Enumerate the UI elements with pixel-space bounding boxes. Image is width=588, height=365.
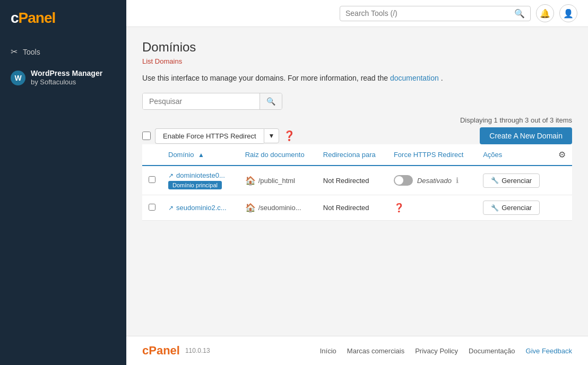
domains-table: Domínio ▲ Raiz do documento Redireciona … <box>142 144 572 221</box>
wordpress-label: WordPress Manager by Softaculous <box>31 68 102 87</box>
th-force-https[interactable]: Force HTTPS Redirect <box>387 144 477 166</box>
row2-domain-cell: ↗ seudominio2.c... <box>162 195 239 221</box>
main-content: 🔍 🔔 👤 Domínios List Domains Use this int… <box>126 0 588 365</box>
page-content: Domínios List Domains Use this interface… <box>126 27 588 336</box>
footer-cpanel-logo: cPanel <box>142 344 180 358</box>
footer-feedback-link[interactable]: Give Feedback <box>526 347 572 355</box>
table-row: ↗ seudominio2.c... 🏠 /seudominio... Not … <box>142 195 572 221</box>
bulk-select-checkbox[interactable] <box>142 132 151 140</box>
domain-search-input[interactable] <box>143 93 260 109</box>
external-link-icon2: ↗ <box>168 204 174 212</box>
row1-docroot: 🏠 /public_html <box>245 176 310 186</box>
row1-checkbox-cell <box>142 166 162 195</box>
documentation-link[interactable]: documentation <box>390 74 439 82</box>
table-gear-button[interactable]: ⚙ <box>558 150 566 160</box>
wrench-icon: 🔧 <box>491 177 499 184</box>
domain-search-button[interactable]: 🔍 <box>260 93 282 109</box>
footer-logo-section: cPanel 110.0.13 <box>142 344 210 358</box>
row2-redirect-cell: Not Redirected <box>317 195 387 221</box>
sidebar: cPanel ✂ Tools W WordPress Manager by So… <box>0 0 126 365</box>
bulk-action-button[interactable]: Enable Force HTTPS Redirect <box>155 128 264 144</box>
sidebar-item-tools[interactable]: ✂ Tools <box>0 41 126 62</box>
sidebar-logo: cPanel <box>0 0 126 36</box>
bulk-help-button[interactable]: ❓ <box>283 130 295 142</box>
domain-search-wrap: 🔍 <box>142 93 282 110</box>
row1-redirect-cell: Not Redirected <box>317 166 387 195</box>
cpanel-logo-text: cPanel <box>11 10 55 27</box>
footer-documentacao-link[interactable]: Documentação <box>469 347 515 355</box>
row1-checkbox[interactable] <box>149 176 155 183</box>
external-link-icon: ↗ <box>168 172 174 179</box>
create-new-domain-button[interactable]: Create A New Domain <box>480 127 572 144</box>
row1-gear-cell <box>552 166 572 195</box>
footer-inicio-link[interactable]: Início <box>320 347 336 355</box>
breadcrumb-link[interactable]: List Domains <box>142 57 182 65</box>
th-checkbox <box>142 144 162 166</box>
sidebar-item-tools-label: Tools <box>23 48 40 56</box>
sidebar-item-wordpress[interactable]: W WordPress Manager by Softaculous <box>0 62 126 93</box>
row1-actions-cell: 🔧 Gerenciar <box>477 166 552 195</box>
bulk-action-arrow[interactable]: ▼ <box>264 128 280 143</box>
footer-marcas-link[interactable]: Marcas comerciais <box>347 347 404 355</box>
toolbar-left: Enable Force HTTPS Redirect ▼ ❓ <box>142 128 295 144</box>
table-row: ↗ dominioteste0... Domínio principal 🏠 /… <box>142 166 572 195</box>
row2-domain-link[interactable]: ↗ seudominio2.c... <box>168 204 232 212</box>
primary-domain-badge: Domínio principal <box>168 181 222 189</box>
th-actions: Ações <box>477 144 552 166</box>
header: 🔍 🔔 👤 <box>126 0 588 27</box>
row2-checkbox-cell <box>142 195 162 221</box>
row1-domain-link[interactable]: ↗ dominioteste0... <box>168 171 232 179</box>
row1-info-icon[interactable]: ℹ <box>456 176 459 185</box>
footer-privacy-link[interactable]: Privacy Policy <box>415 347 458 355</box>
search-tools-input[interactable] <box>345 9 510 18</box>
row2-actions-cell: 🔧 Gerenciar <box>477 195 552 221</box>
th-domain[interactable]: Domínio ▲ <box>162 144 239 166</box>
row2-checkbox[interactable] <box>149 204 155 211</box>
th-redirects-to[interactable]: Redireciona para <box>317 144 387 166</box>
row2-gear-cell <box>552 195 572 221</box>
search-bar: 🔍 <box>340 6 531 21</box>
footer: cPanel 110.0.13 Início Marcas comerciais… <box>126 336 588 365</box>
sort-arrow-domain: ▲ <box>198 151 204 159</box>
home-icon2: 🏠 <box>245 203 256 213</box>
search-tools-button[interactable]: 🔍 <box>514 8 525 19</box>
home-icon: 🏠 <box>245 176 256 186</box>
table-toolbar: Enable Force HTTPS Redirect ▼ ❓ Create A… <box>142 127 572 144</box>
wordpress-icon: W <box>11 71 25 85</box>
notifications-button[interactable]: 🔔 <box>536 4 554 22</box>
row1-force-https-toggle[interactable] <box>394 175 413 186</box>
th-gear: ⚙ <box>552 144 572 166</box>
row1-domain-cell: ↗ dominioteste0... Domínio principal <box>162 166 239 195</box>
row2-manage-button[interactable]: 🔧 Gerenciar <box>483 201 540 215</box>
user-account-button[interactable]: 👤 <box>559 4 577 22</box>
footer-links: Início Marcas comerciais Privacy Policy … <box>320 347 572 355</box>
row1-docroot-cell: 🏠 /public_html <box>239 166 317 195</box>
th-document-root[interactable]: Raiz do documento <box>239 144 317 166</box>
row1-manage-button[interactable]: 🔧 Gerenciar <box>483 173 540 188</box>
page-title: Domínios <box>142 40 572 55</box>
sidebar-nav: ✂ Tools W WordPress Manager by Softaculo… <box>0 36 126 99</box>
bulk-action-dropdown: Enable Force HTTPS Redirect ▼ <box>155 128 279 144</box>
table-header-row: Domínio ▲ Raiz do documento Redireciona … <box>142 144 572 166</box>
wrench-icon2: 🔧 <box>491 204 499 212</box>
row2-force-https-cell: ❓ <box>387 195 477 221</box>
displaying-text: Displaying 1 through 3 out of 3 items <box>142 116 572 124</box>
search-controls: 🔍 <box>142 93 572 110</box>
tools-icon: ✂ <box>11 47 18 57</box>
page-description: Use this interface to manage your domain… <box>142 74 572 82</box>
row2-docroot-cell: 🏠 /seudominio... <box>239 195 317 221</box>
row1-force-https-cell: Desativado ℹ <box>387 166 477 195</box>
footer-version: 110.0.13 <box>185 347 210 354</box>
row1-force-https-label: Desativado <box>417 177 452 185</box>
row2-help-icon[interactable]: ❓ <box>394 203 404 212</box>
row2-docroot: 🏠 /seudominio... <box>245 203 310 213</box>
